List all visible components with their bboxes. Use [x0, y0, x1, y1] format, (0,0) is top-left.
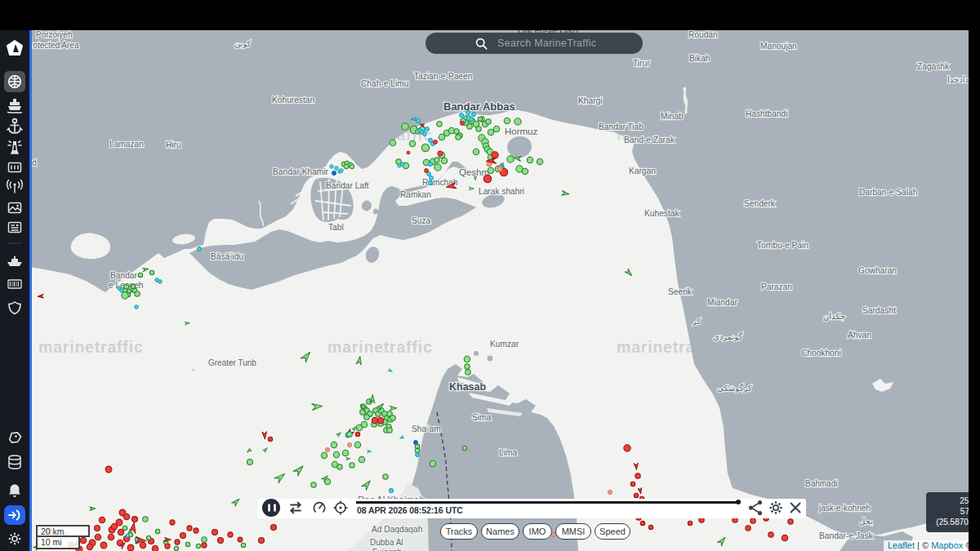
svg-text:Kohurestan: Kohurestan — [272, 96, 314, 104]
svg-text:jask-e-kohneh: jask-e-kohneh — [818, 504, 871, 513]
svg-text:Lamazan: Lamazan — [109, 140, 144, 149]
svg-text:Ad Daqdaqah: Ad Daqdaqah — [372, 525, 422, 534]
svg-text:Ahvan: Ahvan — [848, 331, 871, 340]
svg-text:Tabl: Tabl — [328, 223, 344, 232]
svg-text:Sima: Sima — [472, 413, 492, 422]
svg-text:Fujairah: Fujairah — [372, 548, 402, 551]
svg-text:Manoujan: Manoujan — [760, 42, 797, 51]
svg-text:Senderk: Senderk — [744, 199, 776, 208]
svg-text:Kuhestak: Kuhestak — [644, 209, 679, 218]
svg-text:Gowharan: Gowharan — [858, 266, 897, 275]
svg-text:Ramkan: Ramkan — [400, 190, 431, 199]
svg-text:Bikah: Bikah — [689, 54, 710, 63]
svg-text:كوين: كوين — [234, 39, 252, 48]
svg-text:Suza: Suza — [412, 216, 431, 225]
svg-text:rotected Area: rotected Area — [30, 41, 79, 50]
svg-text:Greater Tunb: Greater Tunb — [208, 358, 256, 367]
svg-text:گونمردی: گونمردی — [713, 332, 743, 341]
svg-text:Miandar: Miandar — [707, 298, 737, 307]
svg-text:Bandar Abbas: Bandar Abbas — [443, 100, 515, 113]
svg-text:Hormuz: Hormuz — [505, 127, 538, 136]
svg-text:كر: كر — [692, 317, 702, 326]
svg-text:marinetraffic: marinetraffic — [327, 338, 433, 356]
svg-text:Porzoiyeh: Porzoiyeh — [36, 30, 72, 39]
svg-text:Parazan: Parazan — [761, 282, 792, 291]
svg-text:Band-e Zarak: Band-e Zarak — [624, 136, 675, 144]
svg-text:بحل: بحل — [859, 517, 873, 526]
svg-text:Bāsāʾidu: Bāsāʾidu — [211, 252, 243, 261]
svg-text:Bandar Khamir: Bandar Khamir — [273, 167, 329, 176]
svg-text:كرگوشكى: كرگوشكى — [717, 384, 752, 393]
svg-text:Dubba Al: Dubba Al — [370, 538, 403, 547]
svg-text:Tirur: Tirur — [633, 59, 650, 68]
svg-text:Bandar-: Bandar- — [110, 271, 140, 280]
svg-text:Roudan: Roudan — [688, 30, 718, 39]
svg-text:Sardasht: Sardasht — [862, 306, 896, 315]
svg-text:Khargi: Khargi — [578, 96, 602, 105]
svg-text:Chah-e Limu: Chah-e Limu — [361, 79, 408, 88]
svg-text:Hashtbandi: Hashtbandi — [746, 109, 788, 118]
svg-text:marinetraffic: marinetraffic — [38, 338, 144, 356]
svg-text:Darban-e Salah: Darban-e Salah — [859, 188, 917, 197]
svg-text:Larak shahri: Larak shahri — [479, 187, 524, 196]
svg-text:Tombu-e Pain: Tombu-e Pain — [757, 241, 808, 250]
svg-text:Hiru: Hiru — [166, 140, 181, 149]
svg-text:Tazian-e-Paeen: Tazian-e-Paeen — [414, 72, 472, 81]
svg-text:Bandar Laft: Bandar Laft — [326, 181, 369, 190]
svg-text:Khasab: Khasab — [449, 381, 487, 393]
svg-text:Shaʾam: Shaʾam — [412, 424, 441, 433]
svg-text:Zagashk: Zagashk — [917, 62, 950, 71]
svg-text:Kumzar: Kumzar — [490, 340, 519, 349]
svg-text:جكدان: جكدان — [823, 312, 845, 321]
svg-text:Seerik: Seerik — [668, 287, 693, 296]
svg-text:Minab: Minab — [661, 112, 684, 121]
svg-text:Bandar-e Jask: Bandar-e Jask — [819, 531, 874, 540]
svg-text:Bahmadi: Bahmadi — [805, 479, 837, 488]
svg-text:Chookhoni: Chookhoni — [801, 349, 841, 358]
svg-text:Kargan: Kargan — [629, 167, 656, 176]
svg-text:Lima: Lima — [499, 448, 517, 457]
svg-text:Bandar Tiab: Bandar Tiab — [599, 122, 644, 131]
